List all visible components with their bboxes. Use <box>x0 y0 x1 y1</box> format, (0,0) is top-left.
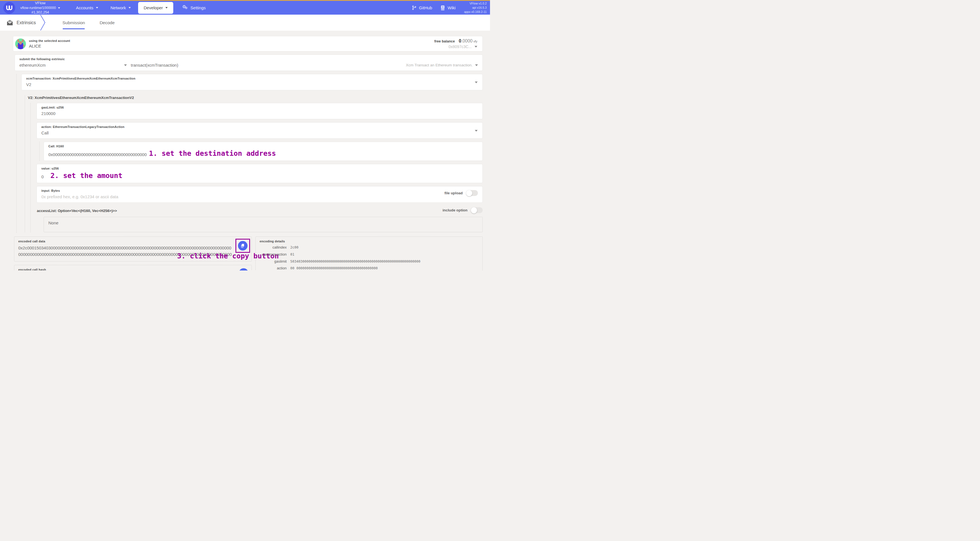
gaslimit-input[interactable]: 210000 <box>41 111 478 116</box>
encoded-call-data-box: encoded call data 0x2c000150340300000000… <box>14 236 252 262</box>
account-selector[interactable]: using the selected account ALICE free ba… <box>13 36 483 51</box>
app-window: VFlow vflow-runtime/1000000 #1,302,254 A… <box>0 0 490 271</box>
pallet-selected: ethereumXcm <box>19 63 46 68</box>
param-gaslimit[interactable]: gasLimit: u256 210000 <box>37 103 483 119</box>
nav-developer[interactable]: Developer <box>138 2 173 14</box>
action-selected: Call <box>41 130 478 135</box>
param-xcmtransaction[interactable]: xcmTransaction: XcmPrimitivesEthereumXcm… <box>21 74 483 90</box>
tabs: Submission Decode <box>55 14 122 31</box>
encoding-row-xcmtransaction: xcmtransaction 01 <box>259 252 479 257</box>
param-value[interactable]: value: u256 0 2. set the amount <box>37 164 483 183</box>
book-icon <box>441 5 445 10</box>
accesslist-value: None <box>48 221 59 225</box>
include-option-label: include option <box>442 208 468 212</box>
chevron-down-icon <box>129 7 131 8</box>
nav-network[interactable]: Network <box>105 1 136 14</box>
pallet-dropdown[interactable]: ethereumXcm <box>19 63 131 68</box>
tab-submission[interactable]: Submission <box>55 14 92 31</box>
version-info: VFlow v1.0.2 api v16.5.3 apps v0.169.2-1… <box>464 2 487 14</box>
vflow-logo[interactable] <box>3 2 15 14</box>
param-v2-type-label: V2: XcmPrimitivesEthereumXcmEthereumXcmT… <box>27 95 483 100</box>
input-bytes-field[interactable] <box>41 194 478 199</box>
section-title-label: Extrinsics <box>17 20 36 25</box>
extrinsics-icon <box>7 20 13 25</box>
tab-bar: Extrinsics Submission Decode <box>0 14 490 31</box>
chain-info[interactable]: VFlow vflow-runtime/1000000 #1,302,254 <box>19 0 61 14</box>
nav-accounts[interactable]: Accounts <box>71 1 103 14</box>
app-version: VFlow v1.0.2 <box>464 2 487 6</box>
account-address-short: 0x8097c3C... <box>449 44 472 49</box>
free-balance-value: 0.0000vfy <box>459 38 477 44</box>
git-branch-icon <box>412 5 417 10</box>
amount-input[interactable]: 0 <box>41 175 44 179</box>
chevron-down-icon[interactable] <box>474 46 477 48</box>
free-balance-label: free balance <box>434 40 455 43</box>
apps-version: apps v0.169.2-11 <box>464 10 487 14</box>
chevron-down-icon <box>475 64 478 66</box>
encoded-call-hash-label: encoded call hash <box>18 268 248 271</box>
call-selected: transact(xcmTransaction) <box>131 63 178 68</box>
gears-icon: ⚙⚙ <box>182 5 188 10</box>
submit-extrinsic-label: submit the following extrinsic <box>19 57 478 61</box>
chevron-down-icon <box>475 81 477 83</box>
file-upload-toggle[interactable] <box>466 190 478 196</box>
copy-call-data-button[interactable] <box>238 241 248 251</box>
best-block-number: #1,302,254 <box>19 10 61 14</box>
param-accesslist-header: accessList: Option<Vec<(H160, Vec<H256>)… <box>37 207 483 214</box>
chevron-down-icon <box>165 7 168 8</box>
encoding-row-action: action 00 000000000000000000000000000000… <box>259 266 479 271</box>
chevron-down-icon <box>475 130 477 132</box>
tab-decode[interactable]: Decode <box>92 14 122 31</box>
params-tree: xcmTransaction: XcmPrimitivesEthereumXcm… <box>16 74 483 233</box>
copy-call-hash-button[interactable] <box>239 268 248 271</box>
encoding-row-callindex: callindex 2c00 <box>259 245 479 250</box>
file-upload-label: file upload <box>444 191 463 195</box>
runtime-version: vflow-runtime/1000000 <box>20 6 56 10</box>
output-section: encoded call data 0x2c000150340300000000… <box>14 236 483 271</box>
xcmtransaction-selected: V2 <box>26 82 478 87</box>
encoding-details-label: encoding details <box>259 240 479 243</box>
top-menubar: VFlow vflow-runtime/1000000 #1,302,254 A… <box>0 1 490 14</box>
call-description: Xcm Transact an Ethereum transaction. <box>406 63 473 67</box>
encoding-row-gaslimit: gaslimit 5034030000000000000000000000000… <box>259 259 479 264</box>
annotation-step1: 1. set the destination address <box>149 149 276 157</box>
encoded-call-hash-box: encoded call hash 0x9932e249a73ee22eb697… <box>14 265 252 271</box>
page-content: using the selected account ALICE free ba… <box>0 31 490 271</box>
main-nav: Accounts Network Developer ⚙⚙ Settings <box>71 1 211 14</box>
extrinsic-section: submit the following extrinsic ethereumX… <box>14 54 483 71</box>
param-input-bytes[interactable]: input: Bytes file upload <box>37 186 483 203</box>
copy-highlight-box <box>235 239 250 253</box>
nav-settings[interactable]: ⚙⚙ Settings <box>177 1 211 14</box>
wiki-link[interactable]: Wiki <box>441 5 455 10</box>
vflow-logo-icon <box>5 4 13 12</box>
account-identicon <box>15 38 26 49</box>
chevron-down-icon <box>58 7 60 9</box>
github-link[interactable]: GitHub <box>412 5 432 10</box>
chevron-down-icon <box>96 7 98 8</box>
destination-address-input[interactable]: 0x00000000000000000000000000000000000000… <box>48 152 147 157</box>
encoding-details-box: encoding details callindex 2c00 xcmtrans… <box>255 236 483 271</box>
annotation-step2: 2. set the amount <box>50 171 123 180</box>
tab-divider <box>40 14 46 31</box>
param-action[interactable]: action: EthereumTransactionLegacyTransac… <box>37 122 483 139</box>
account-selector-label: using the selected account <box>29 39 70 43</box>
param-call-h160[interactable]: Call: H160 0x000000000000000000000000000… <box>44 142 483 161</box>
include-option-toggle[interactable] <box>471 207 483 213</box>
account-name: ALICE <box>29 44 70 48</box>
accesslist-none-box: None <box>44 217 483 232</box>
section-title: Extrinsics <box>7 20 38 25</box>
accesslist-type-label: accessList: Option<Vec<(H160, Vec<H256>)… <box>37 209 117 213</box>
copy-icon <box>240 243 245 248</box>
call-dropdown[interactable]: transact(xcmTransaction) Xcm Transact an… <box>131 63 478 68</box>
copy-hash-wrap <box>239 268 248 271</box>
api-version: api v16.5.3 <box>464 6 487 10</box>
chevron-down-icon <box>124 64 127 66</box>
chain-name: VFlow <box>19 0 61 6</box>
encoded-call-data-label: encoded call data <box>18 240 248 243</box>
